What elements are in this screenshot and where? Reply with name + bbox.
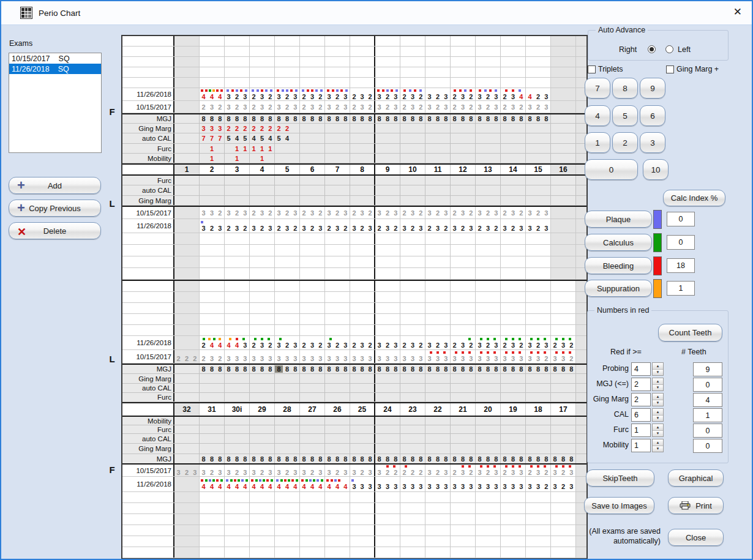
perio-cell[interactable]	[476, 434, 501, 443]
perio-cell[interactable]	[225, 393, 250, 401]
perio-cell[interactable]	[300, 444, 325, 454]
perio-cell[interactable]	[225, 176, 250, 185]
mobility-spinner[interactable]: ▲▼	[652, 439, 664, 452]
perio-cell[interactable]	[174, 101, 200, 113]
perio-cell[interactable]	[174, 417, 200, 425]
tooth-header-17[interactable]: 17	[551, 403, 576, 416]
exams-listbox[interactable]: 10/15/2017SQ11/26/2018SQ	[9, 53, 102, 153]
tooth-header-30i[interactable]: 30i	[225, 403, 250, 416]
perio-cell[interactable]	[476, 417, 501, 425]
perio-cell[interactable]	[400, 176, 425, 185]
keypad-8-button[interactable]: 8	[612, 78, 638, 99]
perio-cell[interactable]: 332	[526, 477, 551, 491]
perio-cell[interactable]: 323	[275, 88, 300, 100]
perio-cell[interactable]: 323	[425, 88, 451, 100]
perio-cell[interactable]: 232	[425, 219, 451, 233]
tooth-header-16[interactable]: 16	[551, 165, 576, 174]
perio-cell[interactable]	[200, 417, 225, 425]
perio-cell[interactable]: 888	[225, 365, 250, 373]
perio-cell[interactable]	[476, 196, 501, 205]
perio-cell[interactable]: 888	[551, 454, 576, 463]
perio-cell[interactable]	[300, 144, 325, 153]
perio-cell[interactable]: 232	[501, 336, 526, 349]
perio-cell[interactable]: 545	[225, 133, 250, 143]
perio-cell[interactable]: 232	[451, 465, 476, 476]
perio-cell[interactable]	[350, 133, 375, 143]
perio-cell[interactable]: 323	[526, 336, 551, 349]
tooth-header-31[interactable]: 31	[200, 403, 225, 416]
perio-cell[interactable]	[451, 144, 476, 153]
perio-cell[interactable]: 232	[250, 88, 275, 100]
perio-cell[interactable]	[350, 185, 375, 195]
perio-cell[interactable]	[225, 384, 250, 392]
keypad-2-button[interactable]: 2	[612, 132, 638, 153]
probing-threshold-input[interactable]: 4	[631, 362, 651, 376]
perio-cell[interactable]: 323	[425, 101, 451, 113]
perio-cell[interactable]	[225, 374, 250, 383]
perio-cell[interactable]: 443	[225, 336, 250, 349]
perio-cell[interactable]	[551, 124, 576, 133]
spin-down-icon[interactable]: ▼	[653, 431, 663, 437]
perio-cell[interactable]	[501, 384, 526, 392]
perio-cell[interactable]	[174, 196, 200, 205]
perio-cell[interactable]: 232	[250, 207, 275, 218]
perio-cell[interactable]	[350, 374, 375, 383]
perio-cell[interactable]: 232	[225, 219, 250, 233]
tooth-header-27[interactable]: 27	[300, 403, 325, 416]
perio-cell[interactable]	[325, 133, 350, 143]
perio-cell[interactable]	[250, 176, 275, 185]
tooth-header-12[interactable]: 12	[451, 165, 476, 174]
perio-cell[interactable]: 323	[225, 88, 250, 100]
perio-cell[interactable]: 888	[350, 454, 375, 463]
perio-cell[interactable]	[174, 336, 200, 349]
perio-cell[interactable]: 323	[325, 207, 350, 218]
perio-cell[interactable]: 777	[200, 133, 225, 143]
perio-cell[interactable]	[350, 196, 375, 205]
perio-cell[interactable]	[174, 154, 200, 163]
perio-cell[interactable]	[200, 384, 225, 392]
perio-cell[interactable]: 888	[526, 454, 551, 463]
tooth-header-4[interactable]: 4	[250, 165, 275, 174]
perio-cell[interactable]	[325, 185, 350, 195]
perio-cell[interactable]: 232	[476, 219, 501, 233]
keypad-4-button[interactable]: 4	[585, 105, 610, 126]
close-button[interactable]: Close	[668, 529, 724, 546]
perio-cell[interactable]: 232	[451, 336, 476, 349]
perio-cell[interactable]	[400, 425, 425, 433]
keypad-10-button[interactable]: 10	[643, 159, 669, 180]
perio-cell[interactable]	[526, 384, 551, 392]
perio-cell[interactable]	[350, 176, 375, 185]
perio-cell[interactable]: 333	[425, 350, 451, 363]
perio-cell[interactable]	[275, 417, 300, 425]
perio-cell[interactable]	[551, 425, 576, 433]
perio-cell[interactable]	[526, 444, 551, 454]
perio-cell[interactable]: 333	[250, 350, 275, 363]
bleeding-button[interactable]: Bleeding	[585, 257, 652, 274]
perio-cell[interactable]	[174, 434, 200, 443]
perio-cell[interactable]: 888	[225, 454, 250, 463]
perio-cell[interactable]	[451, 154, 476, 163]
perio-cell[interactable]	[350, 444, 375, 454]
perio-cell[interactable]: 888	[476, 365, 501, 373]
perio-cell[interactable]	[526, 417, 551, 425]
perio-cell[interactable]: 234	[501, 88, 526, 100]
perio-cell[interactable]: 232	[451, 207, 476, 218]
perio-cell[interactable]	[425, 196, 451, 205]
perio-cell[interactable]	[425, 434, 451, 443]
perio-cell[interactable]	[375, 417, 400, 425]
perio-cell[interactable]	[300, 417, 325, 425]
perio-cell[interactable]: 323	[501, 219, 526, 233]
perio-cell[interactable]: 323	[551, 477, 576, 491]
perio-cell[interactable]: 332	[551, 350, 576, 363]
perio-cell[interactable]	[325, 144, 350, 153]
perio-cell[interactable]	[476, 444, 501, 454]
keypad-1-button[interactable]: 1	[585, 132, 610, 153]
spin-down-icon[interactable]: ▼	[653, 400, 663, 406]
perio-cell[interactable]	[451, 425, 476, 433]
perio-cell[interactable]	[325, 444, 350, 454]
perio-cell[interactable]	[325, 154, 350, 163]
perio-cell[interactable]: 323	[350, 219, 375, 233]
perio-cell[interactable]	[501, 444, 526, 454]
spin-up-icon[interactable]: ▲	[653, 378, 663, 385]
perio-cell[interactable]: 11	[225, 144, 250, 153]
